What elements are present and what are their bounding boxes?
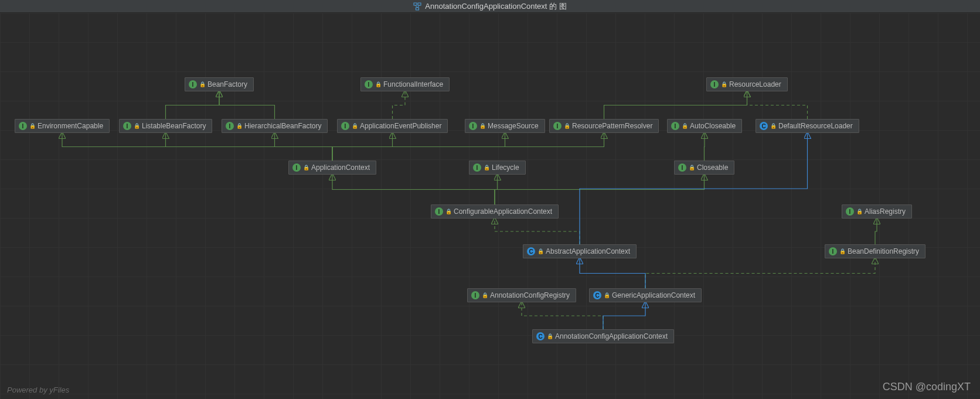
node-beanFactory[interactable]: I🔒BeanFactory (185, 77, 254, 91)
edge-genericAppContext-to-beanDefinitionRegistry (645, 258, 875, 288)
edge-beanDefinitionRegistry-to-aliasRegistry (875, 219, 877, 244)
node-annotationConfigRegistry[interactable]: I🔒AnnotationConfigRegistry (467, 288, 576, 302)
edge-hierarchicalBeanFactory-to-beanFactory (219, 91, 275, 119)
edge-defaultResourceLoader-to-resourceLoader (747, 91, 808, 119)
interface-icon: I (678, 163, 686, 172)
abstract-class-icon: C (527, 247, 535, 255)
lock-icon: 🔒 (29, 123, 35, 129)
interface-icon: I (829, 247, 837, 255)
node-genericAppContext[interactable]: C🔒GenericApplicationContext (589, 288, 702, 302)
node-label: AnnotationConfigRegistry (490, 291, 570, 299)
edge-annotationConfigAppCtx-to-annotationConfigRegistry (522, 302, 603, 329)
node-autoCloseable[interactable]: I🔒AutoCloseable (667, 119, 742, 133)
edge-abstractAppContext-to-defaultResourceLoader (580, 133, 808, 244)
interface-icon: I (341, 122, 349, 130)
node-label: MessageSource (488, 122, 539, 130)
node-resourcePatternResolver[interactable]: I🔒ResourcePatternResolver (549, 119, 659, 133)
interface-icon: I (226, 122, 234, 130)
node-environmentCapable[interactable]: I🔒EnvironmentCapable (15, 119, 110, 133)
node-label: BeanDefinitionRegistry (848, 247, 919, 255)
edge-configurableAppContext-to-closeable (495, 175, 705, 204)
node-listableBeanFactory[interactable]: I🔒ListableBeanFactory (119, 119, 212, 133)
svg-rect-2 (416, 8, 419, 10)
class-icon: C (536, 332, 545, 340)
lock-icon: 🔒 (445, 209, 451, 214)
edge-abstractAppContext-to-configurableAppContext (495, 219, 580, 244)
edge-closeable-to-autoCloseable (705, 133, 705, 161)
edge-genericAppContext-to-abstractAppContext (580, 258, 645, 288)
lock-icon: 🔒 (721, 81, 727, 87)
node-defaultResourceLoader[interactable]: C🔒DefaultResourceLoader (756, 119, 859, 133)
lock-icon: 🔒 (839, 248, 845, 254)
lock-icon: 🔒 (236, 123, 242, 129)
lock-icon: 🔒 (479, 123, 485, 129)
title-text: AnnotationConfigApplicationContext 的 图 (425, 1, 566, 12)
interface-icon: I (710, 80, 719, 88)
node-applicationContext[interactable]: I🔒ApplicationContext (288, 161, 376, 175)
node-label: GenericApplicationContext (612, 291, 695, 299)
interface-icon: I (846, 207, 854, 216)
node-lifecycle[interactable]: I🔒Lifecycle (469, 161, 526, 175)
node-configurableAppContext[interactable]: I🔒ConfigurableApplicationContext (431, 204, 559, 219)
lock-icon: 🔒 (564, 123, 570, 129)
node-label: AnnotationConfigApplicationContext (555, 332, 668, 340)
node-abstractAppContext[interactable]: C🔒AbstractApplicationContext (523, 244, 637, 258)
lock-icon: 🔒 (604, 292, 610, 298)
edge-appEventPublisher-to-functionalInterface (393, 91, 406, 119)
svg-rect-1 (418, 3, 421, 5)
edge-applicationContext-to-listableBeanFactory (166, 133, 333, 161)
edge-annotationConfigAppCtx-to-genericAppContext (603, 302, 645, 329)
lock-icon: 🔒 (856, 209, 862, 214)
interface-icon: I (123, 122, 131, 130)
node-appEventPublisher[interactable]: I🔒ApplicationEventPublisher (337, 119, 448, 133)
edge-applicationContext-to-hierarchicalBeanFactory (275, 133, 333, 161)
node-beanDefinitionRegistry[interactable]: I🔒BeanDefinitionRegistry (825, 244, 925, 258)
diagram-canvas[interactable]: I🔒BeanFactoryI🔒FunctionalInterfaceI🔒Reso… (0, 13, 980, 399)
interface-icon: I (469, 122, 477, 130)
node-label: AliasRegistry (865, 207, 906, 216)
lock-icon: 🔒 (689, 165, 695, 170)
node-label: BeanFactory (207, 80, 247, 88)
class-icon: C (760, 122, 768, 130)
edge-applicationContext-to-appEventPublisher (332, 133, 393, 161)
node-label: ResourceLoader (729, 80, 781, 88)
node-functionalInterface[interactable]: I🔒FunctionalInterface (360, 77, 450, 91)
node-label: AbstractApplicationContext (546, 247, 630, 255)
node-label: HierarchicalBeanFactory (244, 122, 321, 130)
node-label: Closeable (697, 163, 728, 172)
interface-icon: I (473, 163, 481, 172)
lock-icon: 🔒 (375, 81, 381, 87)
edge-configurableAppContext-to-applicationContext (332, 175, 495, 204)
lock-icon: 🔒 (303, 165, 309, 170)
interface-icon: I (671, 122, 679, 130)
class-icon: C (593, 291, 601, 299)
node-closeable[interactable]: I🔒Closeable (674, 161, 734, 175)
interface-icon: I (189, 80, 197, 88)
node-label: AutoCloseable (690, 122, 736, 130)
node-label: ApplicationContext (311, 163, 370, 172)
node-messageSource[interactable]: I🔒MessageSource (465, 119, 545, 133)
edge-configurableAppContext-to-lifecycle (495, 175, 498, 204)
edge-resourcePatternResolver-to-resourceLoader (604, 91, 747, 119)
node-label: DefaultResourceLoader (778, 122, 853, 130)
node-label: Lifecycle (492, 163, 519, 172)
node-label: ApplicationEventPublisher (360, 122, 441, 130)
node-resourceLoader[interactable]: I🔒ResourceLoader (706, 77, 788, 91)
node-annotationConfigAppCtx[interactable]: C🔒AnnotationConfigApplicationContext (532, 329, 674, 343)
node-hierarchicalBeanFactory[interactable]: I🔒HierarchicalBeanFactory (222, 119, 328, 133)
lock-icon: 🔒 (199, 81, 205, 87)
interface-icon: I (19, 122, 27, 130)
node-label: ConfigurableApplicationContext (454, 207, 552, 216)
lock-icon: 🔒 (537, 248, 543, 254)
node-label: ListableBeanFactory (142, 122, 206, 130)
lock-icon: 🔒 (682, 123, 688, 129)
node-aliasRegistry[interactable]: I🔒AliasRegistry (842, 204, 912, 219)
diagram-icon (413, 2, 421, 11)
interface-icon: I (365, 80, 373, 88)
lock-icon: 🔒 (770, 123, 776, 129)
node-label: ResourcePatternResolver (572, 122, 652, 130)
node-label: FunctionalInterface (383, 80, 443, 88)
svg-rect-0 (414, 3, 417, 5)
lock-icon: 🔒 (134, 123, 139, 129)
watermark-label: CSDN @codingXT (883, 381, 971, 393)
